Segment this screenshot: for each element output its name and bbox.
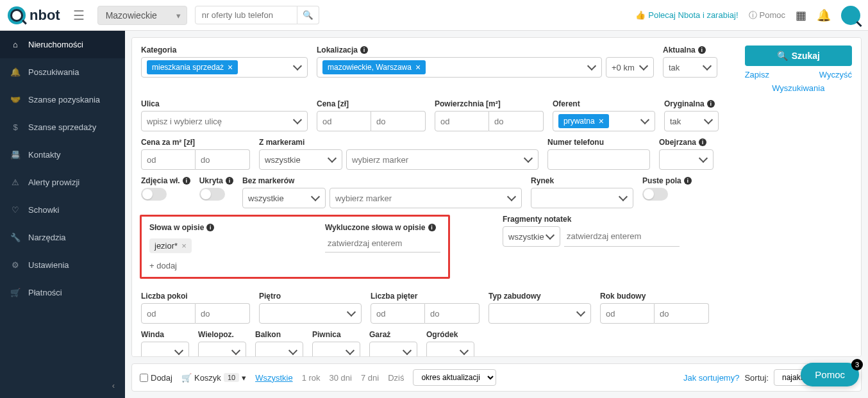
tab-7dni[interactable]: 7 dni [361,373,379,383]
add-word-link[interactable]: + dodaj [149,261,316,270]
year-to[interactable] [655,303,709,324]
notes-input[interactable] [564,226,680,247]
area-from[interactable] [435,111,489,131]
home-icon: ⌂ [10,40,21,49]
field-garage: Garaż [369,330,417,357]
year-from[interactable] [600,303,655,324]
elevator-select[interactable] [141,342,189,357]
save-link[interactable]: Zapisz [745,70,769,79]
tab-all[interactable]: Wszystkie [255,373,293,383]
recommend-link[interactable]: 👍 Polecaj Nbota i zarabiaj! [635,10,738,20]
offer-search-input[interactable] [195,6,297,24]
field-floor: Piętro [259,292,362,324]
field-excluded: Wykluczone słowa w opisie i [325,223,440,270]
tab-dzis[interactable]: Dziś [388,373,404,383]
sidebar-item-poszukiwania[interactable]: 🔔Poszukiwania [0,58,125,86]
info-icon[interactable]: i [206,224,214,231]
avatar[interactable] [841,6,860,25]
photos-toggle[interactable] [141,188,167,201]
search-button[interactable]: 🔍 Szukaj [745,46,852,66]
location-select[interactable]: mazowieckie, Warszawa× [317,57,602,78]
without-markers-mode[interactable]: wszystkie [242,188,326,208]
basket-link[interactable]: 🛒 Koszyk 10 ▾ [181,373,246,383]
close-icon[interactable]: × [599,116,604,126]
pricem2-to[interactable] [196,149,250,170]
how-sort-link[interactable]: Jak sortujemy? [683,373,739,383]
sidebar-item-nieruchomosci[interactable]: ⌂Nieruchomości [0,31,125,58]
distance-select[interactable]: +0 km [606,57,654,78]
offerer-select[interactable]: prywatna× [553,111,655,131]
with-markers-mode[interactable]: wszystkie [259,149,342,170]
update-period-select[interactable]: okres aktualizacji [413,369,496,386]
field-price: Cena [zł] [317,99,426,131]
region-select[interactable]: Mazowieckie [97,6,187,25]
field-price-m2: Cena za m² [zł] [141,138,250,170]
notes-mode[interactable]: wszystkie [503,226,560,247]
word-tag: jezior*× [149,238,192,253]
sidebar-item-ustawienia[interactable]: ⚙Ustawienia [0,251,125,279]
info-icon[interactable]: i [183,177,190,185]
field-elevator: Winda [141,330,189,357]
hamburger-icon[interactable]: ☰ [68,5,90,26]
sidebar: ⌂Nieruchomości 🔔Poszukiwania 🤝Szanse poz… [0,31,125,398]
tab-30dni[interactable]: 30 dni [330,373,352,383]
rooms-from[interactable] [141,303,196,324]
close-icon[interactable]: × [181,241,187,251]
searches-link[interactable]: Wyszukiwania [745,83,852,93]
info-icon[interactable]: i [699,138,706,146]
without-markers-select[interactable] [330,188,522,208]
multilevel-select[interactable] [198,342,246,357]
clear-link[interactable]: Wyczyść [819,70,852,79]
market-select[interactable] [531,188,633,208]
help-link[interactable]: ⓘ Pomoc [749,10,785,21]
location-tag: mazowieckie, Warszawa× [322,60,426,74]
sidebar-item-kontakty[interactable]: 📇Kontakty [0,141,125,169]
empty-toggle[interactable] [642,188,668,201]
sidebar-item-szanse-sprzedazy[interactable]: $Szanse sprzedaży [0,113,125,141]
original-select[interactable]: tak [664,111,719,131]
info-icon[interactable]: i [698,46,706,54]
close-icon[interactable]: × [415,62,421,72]
basement-select[interactable] [312,342,360,357]
info-icon[interactable]: i [428,224,436,231]
info-icon[interactable]: i [226,177,233,185]
info-icon[interactable]: i [707,100,715,108]
help-pill[interactable]: Pomoc 3 [801,363,859,386]
sidebar-item-szanse-pozyskania[interactable]: 🤝Szanse pozyskania [0,86,125,113]
price-from[interactable] [317,111,371,131]
sidebar-item-schowki[interactable]: ♡Schowki [0,196,125,224]
category-select[interactable]: mieszkania sprzedaż× [141,57,308,78]
sidebar-item-platnosci[interactable]: 🛒Płatności [0,279,125,306]
logo[interactable]: nbot [8,6,60,24]
price-to[interactable] [371,111,426,131]
rooms-to[interactable] [196,303,250,324]
excluded-input[interactable] [325,235,440,253]
add-checkbox[interactable]: Dodaj [140,373,172,383]
info-icon[interactable]: i [360,46,368,54]
garage-select[interactable] [369,342,417,357]
viewed-select[interactable] [659,149,714,170]
with-markers-select[interactable] [346,149,538,170]
area-to[interactable] [489,111,544,131]
floors-from[interactable] [371,303,425,324]
sidebar-item-alerty[interactable]: ⚠Alerty prowizji [0,169,125,196]
tab-1rok[interactable]: 1 rok [302,373,321,383]
hidden-toggle[interactable] [199,188,225,201]
floors-to[interactable] [425,303,480,324]
sidebar-item-narzedzia[interactable]: 🔧Narzędzia [0,224,125,251]
field-location: Lokalizacja i mazowieckie, Warszawa× +0 … [317,46,654,93]
building-type-select[interactable] [488,303,591,324]
garden-select[interactable] [426,342,474,357]
offer-search-button[interactable]: 🔍 [297,6,319,24]
close-icon[interactable]: × [228,62,233,72]
current-select[interactable]: tak [663,57,717,78]
sidebar-collapse[interactable]: ‹ [0,373,125,398]
info-icon[interactable]: i [684,177,692,185]
balcony-select[interactable] [255,342,303,357]
bell-icon[interactable]: 🔔 [817,8,831,22]
calendar-icon[interactable]: ▦ [796,8,806,22]
street-input[interactable] [141,111,308,131]
phone-input[interactable] [547,149,650,170]
pricem2-from[interactable] [141,149,196,170]
floor-select[interactable] [259,303,362,324]
